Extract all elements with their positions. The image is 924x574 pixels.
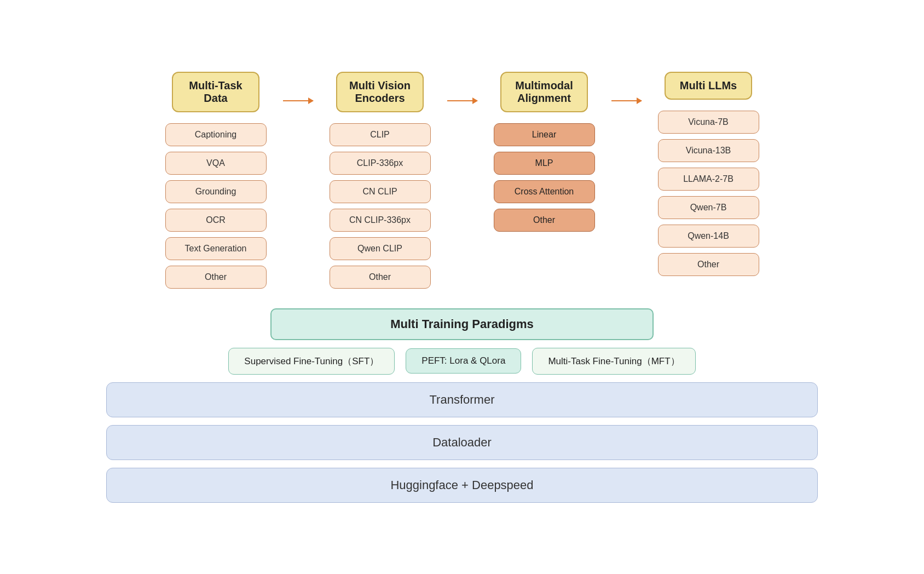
col1: Multi-TaskData Captioning VQA Grounding …	[155, 72, 276, 289]
list-item: Vicuna-13B	[658, 139, 759, 162]
col2-header: Multi VisionEncoders	[336, 72, 424, 112]
col2-items: CLIP CLIP-336px CN CLIP CN CLIP-336px Qw…	[320, 123, 440, 289]
list-item: Qwen-14B	[658, 225, 759, 248]
paradigms-row: Supervised Fine-Tuning（SFT） PEFT: Lora &…	[134, 348, 790, 375]
list-item: CN CLIP	[330, 180, 431, 203]
list-item: Qwen-7B	[658, 196, 759, 219]
top-section: Multi-TaskData Captioning VQA Grounding …	[24, 72, 900, 289]
list-item: Other	[494, 209, 595, 232]
col3-wrapper: MultimodalAlignment Linear MLP Cross Att…	[484, 72, 604, 232]
list-item: CLIP-336px	[330, 152, 431, 175]
col1-header: Multi-TaskData	[172, 72, 259, 112]
list-item: OCR	[165, 209, 267, 232]
col4: Multi LLMs Vicuna-7B Vicuna-13B LLAMA-2-…	[648, 72, 769, 276]
col4-wrapper: Multi LLMs Vicuna-7B Vicuna-13B LLAMA-2-…	[648, 72, 769, 276]
list-item: Vicuna-7B	[658, 111, 759, 134]
bottom-section: Multi Training Paradigms Supervised Fine…	[24, 308, 900, 503]
list-item: Other	[330, 266, 431, 289]
col4-header: Multi LLMs	[665, 72, 752, 100]
arrow-icon	[447, 100, 477, 101]
col3-items: Linear MLP Cross Attention Other	[484, 123, 604, 232]
list-item: CN CLIP-336px	[330, 209, 431, 232]
col4-items: Vicuna-7B Vicuna-13B LLAMA-2-7B Qwen-7B …	[648, 111, 769, 276]
paradigms-header: Multi Training Paradigms	[270, 308, 654, 340]
col2-wrapper: Multi VisionEncoders CLIP CLIP-336px CN …	[320, 72, 440, 289]
paradigm-peft: PEFT: Lora & QLora	[406, 348, 521, 374]
list-item: Other	[165, 266, 267, 289]
dataloader-bar: Dataloader	[106, 425, 818, 460]
list-item: Cross Attention	[494, 180, 595, 203]
transformer-bar: Transformer	[106, 382, 818, 417]
paradigm-sft: Supervised Fine-Tuning（SFT）	[228, 348, 395, 375]
arrow-icon	[283, 100, 313, 101]
col2: Multi VisionEncoders CLIP CLIP-336px CN …	[320, 72, 440, 289]
arrow-1	[276, 72, 320, 101]
arrow-2	[440, 72, 484, 101]
list-item: MLP	[494, 152, 595, 175]
list-item: Text Generation	[165, 237, 267, 260]
list-item: Linear	[494, 123, 595, 146]
paradigm-mft: Multi-Task Fine-Tuning（MFT）	[532, 348, 695, 375]
list-item: CLIP	[330, 123, 431, 146]
huggingface-bar: Huggingface + Deepspeed	[106, 468, 818, 503]
arrow-3	[604, 72, 648, 101]
list-item: LLAMA-2-7B	[658, 168, 759, 191]
diagram: Multi-TaskData Captioning VQA Grounding …	[24, 72, 900, 503]
arrow-icon	[611, 100, 642, 101]
list-item: Qwen CLIP	[330, 237, 431, 260]
list-item: Captioning	[165, 123, 267, 146]
list-item: Grounding	[165, 180, 267, 203]
col3-header: MultimodalAlignment	[500, 72, 588, 112]
list-item: VQA	[165, 152, 267, 175]
list-item: Other	[658, 253, 759, 276]
col1-wrapper: Multi-TaskData Captioning VQA Grounding …	[155, 72, 276, 289]
col3: MultimodalAlignment Linear MLP Cross Att…	[484, 72, 604, 232]
col1-items: Captioning VQA Grounding OCR Text Genera…	[155, 123, 276, 289]
